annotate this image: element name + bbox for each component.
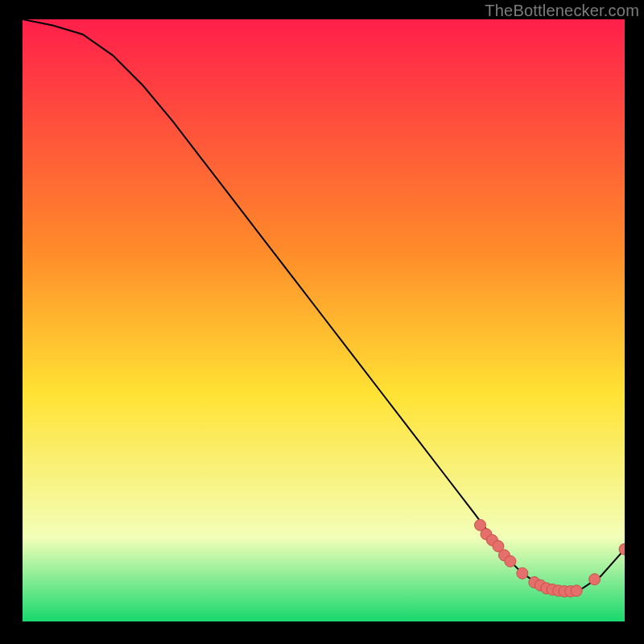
watermark-text: TheBottlenecker.com	[485, 2, 639, 20]
data-point	[571, 585, 582, 597]
data-point	[505, 555, 516, 567]
chart-svg	[23, 19, 625, 621]
data-point	[589, 574, 601, 585]
plot-area	[23, 19, 625, 621]
chart-container: TheBottlenecker.com	[0, 0, 644, 644]
data-point	[517, 568, 528, 579]
gradient-background	[23, 19, 625, 621]
